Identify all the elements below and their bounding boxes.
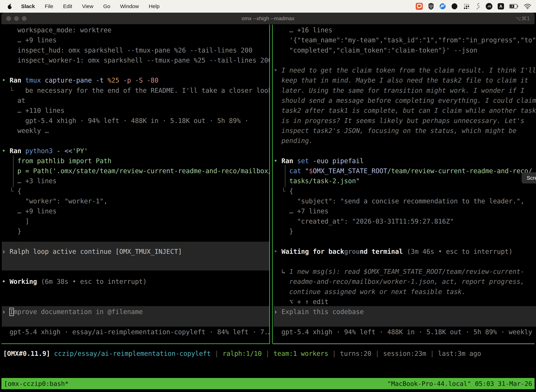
terminal-line: ⌥ + ↑ edit (274, 297, 536, 307)
pane-divider[interactable] (269, 25, 270, 344)
apple-menu-icon[interactable] (7, 3, 12, 9)
text-segment: Ran (282, 157, 297, 165)
terminal-line: p = Path('.omx/state/team/review-current… (2, 166, 269, 176)
text-segment: … +3 lines (2, 177, 57, 185)
menu-window[interactable]: Window (120, 3, 139, 9)
text-segment: Ran (10, 147, 25, 155)
terminal-line: … +16 lines (274, 25, 536, 35)
text-segment: inspect_worker-1: omx sparkshell --tmux-… (2, 56, 269, 64)
pane-divider[interactable] (272, 25, 273, 344)
text-segment: cczip/essay/ai-reimplementation-copyleft (54, 350, 211, 357)
text-segment: << (64, 147, 72, 155)
menu-file[interactable]: File (45, 3, 53, 9)
menu-edit[interactable]: Edit (63, 3, 72, 9)
text-segment: (6m 38s • esc to interrupt) (41, 278, 147, 285)
dots-grid-icon[interactable] (463, 3, 470, 10)
text-segment: " (305, 167, 309, 175)
text-segment: • (2, 147, 10, 155)
text-segment: -euo pipefail (313, 157, 364, 165)
terminal-line: inspect task2's JSON, focusing on the st… (274, 126, 536, 136)
text-segment: | (211, 350, 223, 357)
terminal-line: readme-and-reco/mailbox/worker-1.json, a… (274, 277, 536, 287)
right-terminal-pane[interactable]: … +16 lines '{"team_name":"my-team","tas… (274, 25, 536, 343)
text-segment: } (2, 228, 21, 235)
prompt-input[interactable]: › Explain this codebase (274, 307, 536, 317)
terminal-line: gpt-5.4 xhigh · 94% left · 488K in · 5.1… (2, 116, 269, 126)
text-segment: $ (309, 167, 313, 175)
window-shortcut-badge: ⌥⌘1 (515, 15, 530, 22)
terminal-line: pending. (274, 136, 536, 146)
terminal-line: cat "$OMX_TEAM_STATE_ROOT/team/review-cu… (274, 166, 536, 176)
text-segment: › (2, 308, 10, 316)
text-segment: /team/review-current-readme-and-reco/ (387, 167, 532, 175)
text-segment: | (262, 350, 273, 357)
terminal-line: "completed","claim_token":"claim-token"}… (274, 45, 536, 55)
right-pane-border (273, 344, 535, 344)
text-segment: └ (2, 187, 17, 195)
text-segment: turns:20 (340, 350, 371, 357)
terminal-line: inspect_worker-1: omx sparkshell --tmux-… (2, 55, 269, 65)
text-segment: Ralph loop active continue [OMX_TMUX_INJ… (10, 248, 182, 255)
chat-app-icon[interactable] (416, 3, 423, 10)
terminal-line: inspect_hud: omx sparkshell --tmux-pane … (2, 45, 269, 55)
menu-go[interactable]: Go (103, 3, 110, 9)
text-segment (274, 177, 289, 185)
terminal-line: … +110 lines (2, 106, 269, 116)
text-segment: • (274, 67, 282, 74)
text-segment: python3 (25, 147, 57, 155)
terminal-line: └ be necessary for the end of the README… (2, 85, 269, 96)
terminal-line (2, 257, 269, 267)
battery-icon[interactable] (509, 4, 518, 9)
text-segment: I (10, 308, 14, 316)
menu-slack[interactable]: Slack (21, 3, 35, 9)
left-terminal-pane[interactable]: workspace_mode: worktree … +9 lines insp… (2, 25, 269, 343)
shield-grid-icon[interactable] (428, 3, 434, 10)
terminal-line: └ { (2, 186, 269, 196)
menu-view[interactable]: View (82, 3, 93, 9)
text-segment: … +9 lines (2, 207, 57, 215)
menu-bar: SlackFileEditViewGoWindowHelp (0, 0, 536, 13)
terminal-line: └ { (274, 186, 536, 196)
window-titlebar[interactable]: omx --xhigh --madmax ⌥⌘1 (1, 13, 535, 24)
prompt-input[interactable]: › Improve documentation in @filename (2, 307, 269, 317)
terminal-line: • Working (6m 38s • esc to interrupt) (2, 277, 269, 287)
text-segment: task2 after task1 is complete, but can I… (274, 107, 536, 114)
text-segment: (3m 46s • esc to interrupt) (407, 248, 512, 255)
spark-icon[interactable] (439, 3, 446, 10)
terminal-line: } (274, 226, 536, 236)
wifi-icon[interactable] (524, 4, 531, 9)
text-segment: tasks/task-2.json (289, 177, 356, 185)
terminal-line: is in progress? It seems likely but perh… (274, 116, 536, 126)
screen-tooltip: Scre (522, 173, 536, 183)
menu-help[interactable]: Help (149, 3, 160, 9)
keyboard-layout-icon[interactable]: A (498, 3, 504, 9)
badge-61-icon[interactable]: ..61 (486, 3, 492, 10)
text-segment: - (57, 147, 65, 155)
terminal-line: keep that in mind. Maybe I also need the… (274, 75, 536, 85)
text-segment: … +9 lines (2, 36, 57, 44)
terminal-line: gpt-5.4 xhigh · essay/ai-reimplementatio… (2, 327, 269, 337)
squiggle-icon[interactable] (475, 3, 480, 10)
text-segment: " (356, 177, 360, 185)
text-segment: } (274, 228, 293, 235)
terminal-line: "created_at": "2026-03-31T11:59:27.816Z" (274, 216, 536, 226)
terminal-line (2, 317, 269, 327)
prompt-input[interactable]: › Ralph loop active continue [OMX_TMUX_I… (2, 247, 269, 257)
text-segment: session:23m (383, 350, 426, 357)
text-segment: cat (289, 167, 305, 175)
text-segment: last:3m ago (438, 350, 481, 357)
text-segment: › (274, 308, 282, 316)
terminal-line (274, 257, 536, 267)
text-segment: at (2, 97, 25, 104)
text-segment: … +16 lines (274, 26, 332, 34)
text-segment: Explain this codebase (282, 308, 364, 316)
terminal-line: • Waiting for background terminal (3m 46… (274, 247, 536, 257)
text-segment: readme-and-reco/mailbox/worker-1.json, a… (274, 278, 524, 285)
pie-chart-icon[interactable] (451, 3, 458, 10)
text-segment: keep that in mind. Maybe I also need the… (274, 77, 528, 84)
terminal-line: workspace_mode: worktree (2, 25, 269, 35)
tmux-host-clock: "MacBook-Pro-44.local" 05:03 31-Mar-26 (387, 380, 532, 387)
text-segment: └ (274, 187, 289, 195)
text-segment: "completed","claim_token":"claim-token"}… (274, 47, 477, 54)
terminal-line: } (2, 226, 269, 236)
